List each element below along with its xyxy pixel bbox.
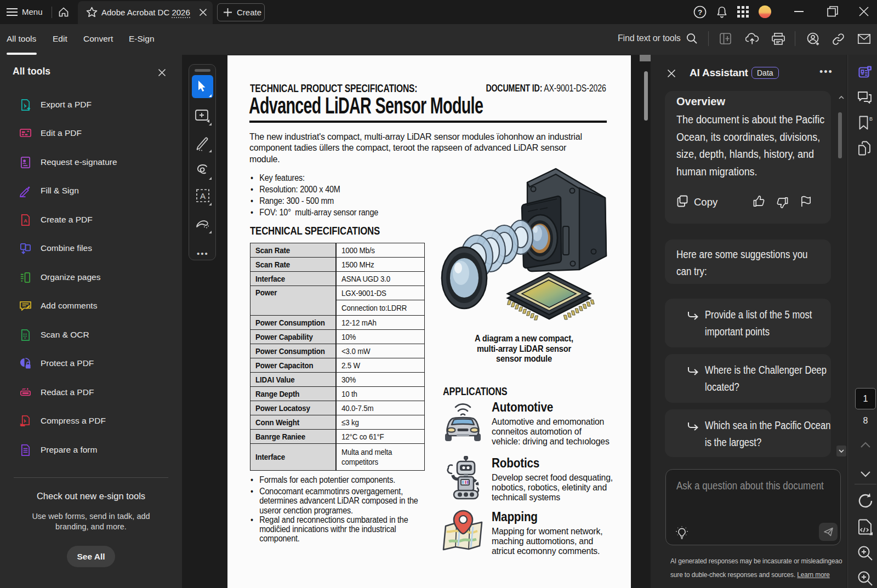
svg-text:A: A xyxy=(24,218,27,223)
svg-text:B: B xyxy=(869,116,873,122)
svg-text:A: A xyxy=(200,191,206,201)
svg-text:?: ? xyxy=(698,8,702,16)
